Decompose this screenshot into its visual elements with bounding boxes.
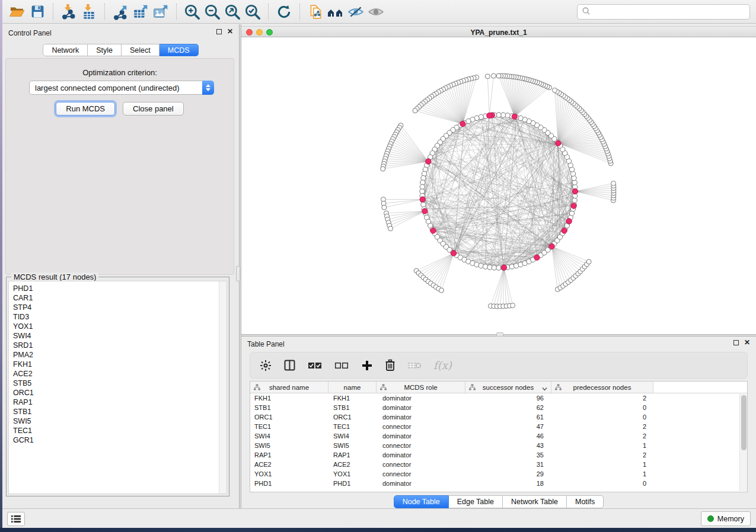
add-row-button[interactable] bbox=[361, 358, 373, 373]
first-neighbors-button[interactable] bbox=[326, 2, 346, 21]
mcds-list-scrollbar[interactable] bbox=[219, 281, 227, 493]
run-mcds-button[interactable]: Run MCDS bbox=[56, 102, 115, 116]
close-panel-button[interactable]: Close panel bbox=[123, 102, 184, 116]
mcds-result-item[interactable]: SRD1 bbox=[13, 341, 227, 350]
table-panel: Table Panel ✕ bbox=[241, 336, 756, 508]
delete-rows-button[interactable] bbox=[385, 358, 395, 373]
zoom-selected-button[interactable] bbox=[243, 2, 263, 21]
table-scrollbar[interactable] bbox=[739, 394, 747, 491]
show-all-button[interactable] bbox=[366, 2, 386, 21]
import-network-button[interactable] bbox=[59, 2, 79, 21]
mcds-result-item[interactable]: STB5 bbox=[13, 379, 227, 388]
mcds-result-item[interactable]: STB1 bbox=[13, 407, 227, 416]
network-window-titlebar[interactable]: YPA_prune.txt_1 bbox=[241, 26, 756, 37]
table-row[interactable]: TEC1TEC1connector472 bbox=[250, 422, 747, 431]
column-header-name[interactable]: name bbox=[328, 382, 377, 393]
table-cell: FKH1 bbox=[328, 393, 377, 403]
mcds-result-item[interactable]: RAP1 bbox=[13, 398, 227, 407]
column-header-mcds-role[interactable]: MCDS role bbox=[377, 382, 465, 393]
mcds-result-item[interactable]: ORC1 bbox=[13, 388, 227, 398]
tab-mcds[interactable]: MCDS bbox=[160, 44, 199, 56]
mcds-result-item[interactable]: SWI4 bbox=[13, 331, 227, 341]
float-panel-icon[interactable] bbox=[216, 29, 222, 34]
column-header-successor-nodes[interactable]: successor nodes bbox=[465, 382, 551, 393]
memory-button[interactable]: Memory bbox=[701, 511, 751, 526]
delete-table-button[interactable] bbox=[407, 358, 422, 373]
table-row[interactable]: STB1STB1dominator620 bbox=[250, 403, 747, 412]
close-panel-icon[interactable]: ✕ bbox=[227, 29, 233, 34]
table-row[interactable]: PHD1PHD1dominator180 bbox=[250, 479, 747, 488]
splitter-handle[interactable] bbox=[236, 266, 240, 281]
import-table-button[interactable] bbox=[79, 2, 99, 21]
table-row[interactable]: SWI5SWI5connector431 bbox=[250, 441, 747, 450]
zoom-in-icon bbox=[183, 3, 201, 21]
tab-network-table[interactable]: Network Table bbox=[503, 495, 567, 508]
table-row[interactable]: RAP1RAP1dominator352 bbox=[250, 450, 747, 460]
table-row[interactable]: YOX1YOX1connector291 bbox=[250, 469, 747, 479]
apply-layout-button[interactable] bbox=[274, 2, 294, 21]
function-builder-button[interactable]: f(x) bbox=[433, 358, 452, 373]
mcds-result-item[interactable]: ACE2 bbox=[13, 369, 227, 379]
table-row[interactable]: FKH1FKH1dominator962 bbox=[250, 393, 747, 403]
first-neighbors-icon bbox=[327, 4, 344, 20]
save-session-button[interactable] bbox=[27, 2, 47, 21]
tab-network[interactable]: Network bbox=[43, 44, 88, 56]
float-panel-icon[interactable] bbox=[733, 340, 739, 345]
zoom-in-button[interactable] bbox=[182, 2, 202, 21]
export-network-button[interactable] bbox=[110, 2, 130, 21]
search-input[interactable] bbox=[594, 8, 749, 16]
column-header-predecessor-nodes[interactable]: predecessor nodes bbox=[551, 382, 653, 393]
splitter-handle[interactable] bbox=[496, 332, 503, 336]
search-field[interactable] bbox=[577, 4, 750, 20]
mcds-result-item[interactable]: STP4 bbox=[13, 303, 227, 312]
table-settings-button[interactable] bbox=[260, 358, 272, 373]
tab-motifs[interactable]: Motifs bbox=[567, 495, 604, 508]
open-folder-icon bbox=[9, 4, 25, 20]
table-cell: ACE2 bbox=[250, 460, 328, 469]
toolbar-separator bbox=[299, 4, 300, 20]
export-image-button[interactable] bbox=[151, 2, 171, 21]
scrollbar-thumb[interactable] bbox=[741, 395, 747, 450]
list-icon bbox=[11, 515, 21, 523]
network-view-canvas[interactable] bbox=[241, 37, 756, 334]
mcds-result-item[interactable]: SWI5 bbox=[13, 416, 227, 426]
close-panel-icon[interactable]: ✕ bbox=[744, 340, 750, 345]
tab-node-table[interactable]: Node Table bbox=[394, 495, 449, 508]
zoom-fit-button[interactable] bbox=[222, 2, 243, 21]
task-history-button[interactable] bbox=[7, 512, 25, 526]
network-graph[interactable] bbox=[241, 37, 756, 334]
table-cell: RAP1 bbox=[250, 450, 328, 460]
mcds-result-listbox[interactable]: PHD1CAR1STP4TID3YOX1SWI4SRD1PMA2FKH1ACE2… bbox=[8, 281, 227, 494]
mcds-result-item[interactable]: TID3 bbox=[13, 312, 227, 322]
column-header-shared-name[interactable]: shared name bbox=[250, 382, 328, 393]
node-table-body: FKH1FKH1dominator962STB1STB1dominator620… bbox=[250, 393, 747, 488]
table-row[interactable]: ACE2ACE2connector311 bbox=[250, 460, 747, 469]
table-row[interactable]: ORC1ORC1dominator610 bbox=[250, 412, 747, 422]
table-row[interactable]: SWI4SWI4dominator462 bbox=[250, 431, 747, 441]
mcds-result-item[interactable]: TEC1 bbox=[13, 426, 227, 435]
open-file-button[interactable] bbox=[7, 2, 27, 21]
memory-label: Memory bbox=[717, 515, 744, 523]
tab-style[interactable]: Style bbox=[88, 44, 122, 56]
tab-edge-table[interactable]: Edge Table bbox=[449, 495, 503, 508]
table-cell: STB1 bbox=[250, 403, 328, 412]
tab-select[interactable]: Select bbox=[122, 44, 160, 56]
mcds-result-item[interactable]: GCR1 bbox=[13, 435, 227, 445]
mcds-result-item[interactable]: PHD1 bbox=[13, 284, 227, 293]
copy-network-button[interactable] bbox=[305, 2, 326, 21]
mcds-result-item[interactable]: PMA2 bbox=[13, 350, 227, 360]
zoom-out-button[interactable] bbox=[202, 2, 222, 21]
hide-selected-button[interactable] bbox=[346, 2, 366, 21]
deselect-all-button[interactable] bbox=[334, 358, 349, 373]
select-all-button[interactable] bbox=[308, 358, 323, 373]
table-cell: SWI4 bbox=[250, 431, 328, 441]
table-cell: 46 bbox=[465, 431, 551, 441]
mcds-result-item[interactable]: YOX1 bbox=[13, 322, 227, 331]
mcds-result-item[interactable]: FKH1 bbox=[13, 360, 227, 369]
criterion-dropdown[interactable]: largest connected component (undirected) bbox=[29, 81, 214, 95]
table-cell: 47 bbox=[465, 422, 551, 431]
mcds-result-item[interactable]: CAR1 bbox=[13, 293, 227, 303]
mcds-result-list: PHD1CAR1STP4TID3YOX1SWI4SRD1PMA2FKH1ACE2… bbox=[9, 281, 227, 445]
show-columns-button[interactable] bbox=[283, 358, 296, 373]
export-table-button[interactable] bbox=[130, 2, 151, 21]
